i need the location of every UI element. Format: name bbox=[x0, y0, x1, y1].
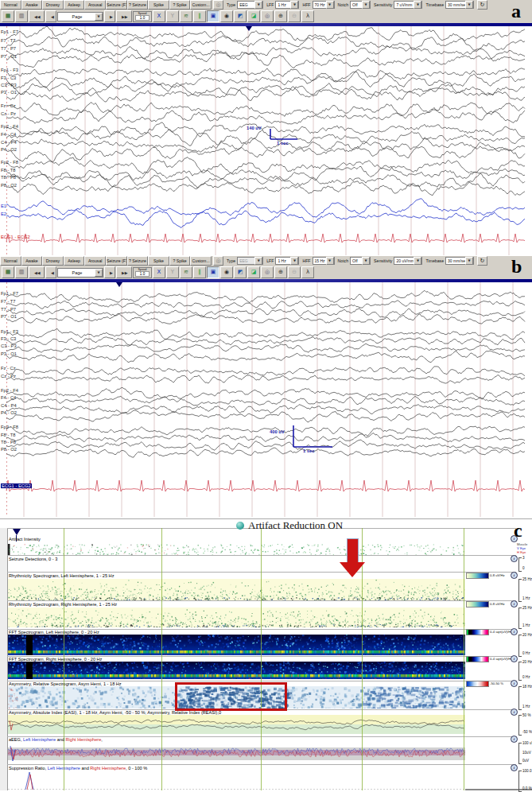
trigger-spike[interactable]: ? Spike bbox=[169, 256, 191, 266]
channel-label-p3-o1[interactable]: P3 - O1 bbox=[1, 351, 17, 356]
print-preview-icon[interactable]: ▥ bbox=[15, 266, 28, 278]
channel-label-fz-cz[interactable]: Fz - Cz bbox=[1, 103, 16, 108]
channel-label-cz-pz[interactable]: Cz - Pz bbox=[1, 374, 16, 379]
trigger-drowsy[interactable]: Drowsy bbox=[42, 256, 64, 266]
channel-label-fp1-f3[interactable]: Fp1 - F3 bbox=[1, 68, 18, 72]
trigger-normal[interactable]: Normal bbox=[0, 256, 21, 266]
filter-select-timebase[interactable]: 30 mm/sec▼ bbox=[445, 257, 474, 265]
channel-label-e1[interactable]: E1 bbox=[1, 204, 6, 208]
channel-label-t8-p8[interactable]: T8 - P8 bbox=[1, 440, 16, 445]
rewind-button[interactable]: ◀◀ bbox=[29, 266, 45, 278]
fast-forward-button[interactable]: ▶▶ bbox=[116, 266, 132, 278]
trigger-seizure-f3[interactable]: Seizure (F3) bbox=[106, 256, 127, 266]
trigger-awake[interactable]: Awake bbox=[21, 256, 43, 266]
zoom-out-icon[interactable]: ⊖ bbox=[288, 266, 301, 278]
channel-label-fz-cz[interactable]: Fz - Cz bbox=[1, 366, 16, 371]
channel-label-fp2-f4[interactable]: Fp2 - F4 bbox=[1, 124, 18, 129]
save-montage-icon[interactable]: ◩ bbox=[234, 266, 247, 278]
channel-label-fp2-f8[interactable]: Fp2 - F8 bbox=[1, 425, 18, 429]
info-icon[interactable]: i bbox=[511, 764, 518, 771]
info-icon[interactable]: i bbox=[511, 628, 518, 635]
filter-select-lff[interactable]: 1 Hz▼ bbox=[275, 257, 299, 265]
patient-video-icon[interactable]: ≋ bbox=[180, 266, 192, 278]
trigger-custom[interactable]: Custom... bbox=[190, 256, 212, 266]
page-back-button[interactable]: ◀ bbox=[45, 266, 56, 278]
info-icon[interactable]: i bbox=[511, 572, 518, 579]
trend-cursor-marker[interactable] bbox=[13, 529, 21, 535]
trigger-spike[interactable]: Spike bbox=[148, 256, 169, 266]
channel-label-t7-p7[interactable]: T7 - P7 bbox=[1, 307, 16, 312]
channel-label-f7-t7[interactable]: F7 - T7 bbox=[1, 38, 16, 43]
channel-label-ecg1-ecg2[interactable]: ECG1 - ECG2 bbox=[1, 483, 32, 488]
event-type-y-icon[interactable]: Y bbox=[166, 266, 179, 278]
filter-select-notch[interactable]: Off▼ bbox=[350, 257, 371, 265]
speed-spinner[interactable]: Speed1.0 bbox=[133, 267, 152, 278]
trend-time-cursor[interactable] bbox=[464, 528, 464, 790]
channel-label-t7-p7[interactable]: T7 - P7 bbox=[1, 46, 16, 51]
axis-label: 25 Hz bbox=[522, 577, 532, 581]
trigger-seizure[interactable]: ? Seizure bbox=[127, 256, 149, 266]
trigger-arousal[interactable]: Arousal bbox=[84, 256, 106, 266]
save-page-icon[interactable]: ◪ bbox=[247, 266, 260, 278]
channel-label-p8-o2[interactable]: P8 - O2 bbox=[1, 183, 17, 188]
trend-time-cursor[interactable] bbox=[161, 528, 162, 790]
channel-label-fp1-f7[interactable]: Fp1 - F7 bbox=[1, 291, 18, 296]
info-icon[interactable]: i bbox=[511, 600, 518, 608]
detection-settings-icon[interactable]: ◎ bbox=[261, 266, 274, 278]
scale-amplitude-label: 400 uV bbox=[270, 429, 285, 434]
channel-label-c4-p4[interactable]: C4 - P4 bbox=[1, 140, 17, 145]
filter-select-sensitivity[interactable]: 20 uV/mm▼ bbox=[394, 257, 422, 265]
channel-label-c4-p4[interactable]: C4 - P4 bbox=[1, 403, 17, 408]
trigger-asleep[interactable]: Asleep bbox=[64, 256, 85, 266]
montage-editor-icon[interactable]: ▦ bbox=[2, 266, 14, 278]
info-icon[interactable]: i bbox=[511, 736, 518, 743]
info-icon[interactable]: i bbox=[511, 709, 518, 716]
zoom-in-icon[interactable]: ⊕ bbox=[274, 266, 287, 278]
channel-label-p3-o1[interactable]: P3 - O1 bbox=[1, 90, 17, 95]
channel-label-t8-p8[interactable]: T8 - P8 bbox=[1, 175, 16, 180]
channel-label-f4-c4[interactable]: F4 - C4 bbox=[1, 395, 16, 400]
annotation-arrow-head bbox=[340, 562, 365, 577]
camera-icon[interactable]: ◉ bbox=[220, 266, 233, 278]
eeg-trace-area[interactable] bbox=[0, 282, 532, 517]
channel-label-f7-t7[interactable]: F7 - T7 bbox=[1, 299, 16, 304]
channel-label-p7-o1[interactable]: P7 - O1 bbox=[1, 314, 17, 319]
refresh-button[interactable]: ↻ bbox=[477, 256, 487, 266]
montage-pair-icon[interactable]: ∥ bbox=[193, 266, 206, 278]
channel-label-f3-c3[interactable]: F3 - C3 bbox=[1, 76, 16, 80]
channel-label-f8-t8[interactable]: F8 - T8 bbox=[1, 168, 16, 173]
channel-label-fp1-f3[interactable]: Fp1 - F3 bbox=[1, 329, 18, 334]
axis-bracket-fft-right bbox=[518, 662, 522, 681]
event-type-x-icon[interactable]: X bbox=[153, 266, 165, 278]
info-icon[interactable]: i bbox=[511, 655, 518, 662]
channel-label-p7-o1[interactable]: P7 - O1 bbox=[1, 54, 17, 59]
channel-label-cz-pz[interactable]: Cz - Pz bbox=[1, 111, 16, 116]
monitor-icon[interactable]: ▣ bbox=[207, 266, 219, 278]
channel-label-fp2-f4[interactable]: Fp2 - F4 bbox=[1, 388, 18, 393]
channel-label-f8-t8[interactable]: F8 - T8 bbox=[1, 433, 16, 437]
channel-label-e2[interactable]: E2 bbox=[1, 212, 6, 216]
trend-left-gutter[interactable] bbox=[0, 528, 8, 790]
filter-select-hff[interactable]: 15 Hz▼ bbox=[313, 257, 335, 265]
channel-label-f4-c4[interactable]: F4 - C4 bbox=[1, 132, 16, 137]
lambda-wave-icon[interactable]: λ bbox=[301, 266, 314, 278]
trend-time-cursor[interactable] bbox=[261, 528, 262, 790]
channel-label-p8-o2[interactable]: P8 - O2 bbox=[1, 447, 17, 452]
channel-label-fp2-f8[interactable]: Fp2 - F8 bbox=[1, 160, 18, 165]
info-icon[interactable]: i bbox=[511, 555, 518, 562]
filter-select-type[interactable]: EEG▼ bbox=[237, 257, 263, 265]
page-select[interactable]: Page▼ bbox=[57, 268, 103, 278]
channel-label-p4-o2[interactable]: P4 - O2 bbox=[1, 410, 17, 415]
page-forward-button[interactable]: ▶ bbox=[104, 266, 115, 278]
axis-label: 100 uV bbox=[522, 741, 532, 745]
channel-label-fp1-f7[interactable]: Fp1 - F7 bbox=[1, 29, 18, 34]
timeline-position-marker[interactable] bbox=[116, 282, 122, 287]
gear-icon[interactable]: ◎ bbox=[213, 256, 223, 266]
channel-label-c3-p3[interactable]: C3 - P3 bbox=[1, 83, 17, 87]
channel-label-f3-c3[interactable]: F3 - C3 bbox=[1, 336, 16, 341]
channel-label-p4-o2[interactable]: P4 - O2 bbox=[1, 147, 17, 152]
channel-label-ecg1-ecg2[interactable]: ECG1 - ECG2 bbox=[1, 235, 30, 239]
timeline-position-marker[interactable] bbox=[246, 26, 252, 31]
info-icon[interactable]: i bbox=[511, 680, 518, 687]
channel-label-c3-p3[interactable]: C3 - P3 bbox=[1, 344, 17, 348]
